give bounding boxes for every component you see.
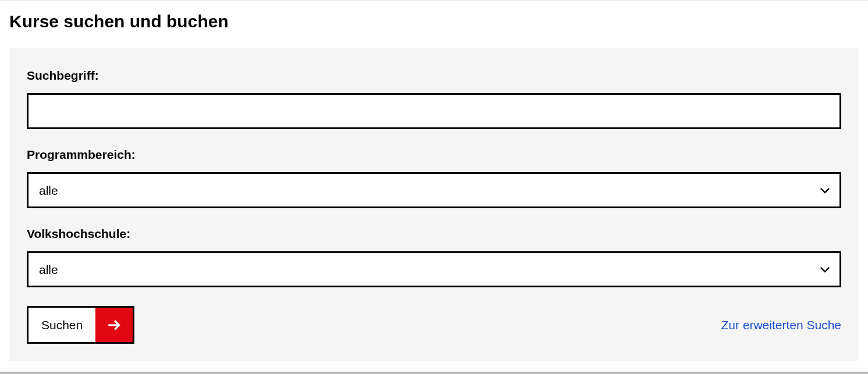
vhs-select[interactable]: alle (27, 251, 841, 287)
field-group-program-area: Programmbereich: alle (27, 148, 841, 208)
search-button[interactable]: Suchen (27, 306, 134, 344)
page-title: Kurse suchen und buchen (9, 12, 859, 31)
search-form-panel: Suchbegriff: Programmbereich: alle Volks… (9, 48, 859, 361)
program-area-label: Programmbereich: (27, 148, 841, 162)
action-row: Suchen Zur erweiterten Suche (27, 306, 841, 344)
arrow-right-icon (95, 308, 133, 342)
search-term-input[interactable] (27, 93, 841, 129)
advanced-search-link[interactable]: Zur erweiterten Suche (721, 318, 841, 332)
program-area-select[interactable]: alle (27, 172, 841, 208)
footer-bar (0, 372, 868, 374)
search-term-label: Suchbegriff: (27, 69, 841, 83)
vhs-label: Volkshochschule: (27, 227, 841, 241)
field-group-vhs: Volkshochschule: alle (27, 227, 841, 287)
field-group-search-term: Suchbegriff: (27, 69, 841, 129)
search-button-label: Suchen (29, 308, 95, 342)
page-wrap: Kurse suchen und buchen Suchbegriff: Pro… (0, 1, 868, 361)
